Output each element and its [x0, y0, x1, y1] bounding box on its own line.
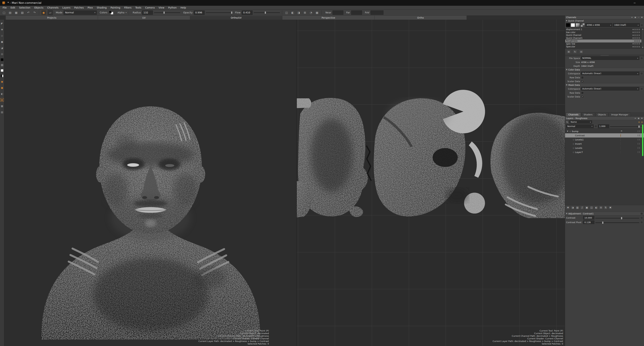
undo-icon[interactable]: ↶: [26, 10, 31, 15]
layer-amount-input[interactable]: 1.000: [598, 124, 609, 128]
merge-layer-icon[interactable]: ⊟: [599, 206, 603, 209]
color-swatches[interactable]: [108, 10, 114, 15]
layer-amount-slider[interactable]: [610, 124, 640, 128]
palette-tab-objects[interactable]: Objects: [595, 113, 608, 116]
contrast-input[interactable]: 10.000: [583, 216, 594, 219]
vector-tool-icon[interactable]: ◇: [0, 34, 4, 37]
paint-tool-icon[interactable]: ●: [0, 40, 4, 43]
layer-row-bump[interactable]: ▼◇bump: [565, 129, 644, 133]
add-filter-icon[interactable]: ⊕: [638, 121, 640, 123]
reset-icon[interactable]: [594, 125, 597, 128]
add-channel-icon[interactable]: ⊞: [566, 50, 571, 54]
uv-grid-icon[interactable]: ▦: [0, 104, 4, 108]
add-graph-icon[interactable]: ƒ: [580, 206, 584, 209]
fov-input[interactable]: [370, 10, 384, 15]
contrast-pivot-slider[interactable]: [595, 220, 639, 224]
clone-tool-icon[interactable]: ◎: [0, 52, 4, 56]
add-group-icon[interactable]: ▣: [585, 206, 589, 209]
mirror-y-icon[interactable]: ◨: [296, 10, 301, 15]
paint-mode-button[interactable]: ◉: [41, 10, 46, 15]
menu-item-patches[interactable]: Patches: [72, 6, 86, 9]
menu-item-help[interactable]: Help: [178, 6, 188, 9]
collapse-arrow-icon[interactable]: ▼: [566, 20, 567, 21]
white-swatch[interactable]: [571, 23, 575, 27]
mask-colorspace-select[interactable]: Automatic (linear)▾: [581, 87, 639, 91]
uv-viewport[interactable]: Current Tool: Paint (P)Current Object: d…: [296, 20, 565, 346]
panel-splitter[interactable]: [565, 55, 644, 56]
opacity-slider[interactable]: [206, 10, 232, 15]
close-palette-icon[interactable]: ✖: [641, 16, 643, 18]
minimize-window-button[interactable]: ─: [631, 1, 638, 5]
add-adjustment-icon[interactable]: ◑: [570, 206, 575, 209]
layer-row-invert[interactable]: ◇Invert: [565, 142, 644, 146]
color-data-header[interactable]: ▼ Color Data: [565, 68, 644, 71]
bitdepth-select[interactable]: 16bit (Half)▾: [613, 23, 640, 27]
transform-tool-icon[interactable]: ✚: [0, 28, 4, 31]
menu-item-filters[interactable]: Filters: [122, 6, 133, 9]
brush-preset-icon[interactable]: ▣: [0, 86, 4, 89]
remove-layer-icon[interactable]: ✖: [608, 206, 612, 209]
contrast-pivot-input[interactable]: 0.128: [583, 220, 594, 224]
scalar-data-checkbox[interactable]: ✓: [581, 80, 584, 83]
contrast-slider[interactable]: [595, 216, 639, 219]
reset-icon[interactable]: [640, 216, 643, 219]
menu-item-edit[interactable]: Edit: [8, 6, 17, 9]
layer-expand-icon[interactable]: ▼: [566, 130, 569, 132]
file-space-select[interactable]: NORMAL▾: [581, 56, 639, 60]
alpha-chevron-icon[interactable]: ▾: [126, 11, 127, 14]
raw-data-checkbox[interactable]: [581, 76, 584, 79]
layer-row-layer7[interactable]: ◇Layer7: [565, 150, 644, 154]
layer-filter-select[interactable]: Name▾: [570, 120, 592, 124]
channel-row-spec-low[interactable]: spec low: [565, 42, 642, 45]
paint-target-icon[interactable]: ◉: [0, 80, 4, 83]
minimize-palette-icon[interactable]: ─: [638, 16, 640, 18]
eraser-tool-icon[interactable]: ◪: [0, 46, 4, 50]
color-colorspace-select[interactable]: Automatic (linear)▾: [581, 72, 639, 75]
viewport-tab-projects[interactable]: Projects: [6, 16, 98, 20]
clear-filter-icon[interactable]: ⊗: [641, 121, 643, 123]
reset-icon[interactable]: [640, 221, 643, 224]
midground-swatch[interactable]: [1, 64, 4, 66]
menu-item-objects[interactable]: Objects: [32, 6, 45, 9]
palette-tab-channels[interactable]: Channels: [566, 113, 581, 116]
falloff-icon[interactable]: ◔: [309, 10, 313, 15]
paint-grid-icon[interactable]: ▦: [315, 10, 319, 15]
radius-input[interactable]: 132: [142, 10, 153, 15]
scroll-up-icon[interactable]: ▲: [642, 28, 643, 30]
open-project-icon[interactable]: ▤: [8, 10, 12, 15]
reset-icon[interactable]: [640, 57, 643, 59]
add-procedural-icon[interactable]: ▨: [575, 206, 580, 209]
channel-row-roughness[interactable]: Roughness: [565, 39, 642, 42]
palette-tab-shaders[interactable]: Shaders: [581, 113, 595, 116]
select-tool-icon[interactable]: ◤: [0, 22, 4, 25]
lighting-icon[interactable]: ◐: [0, 92, 4, 96]
palette-tab-image-manager[interactable]: Image Manager: [609, 113, 631, 116]
split-swatch[interactable]: [1, 74, 4, 77]
raw-data-checkbox[interactable]: [581, 92, 584, 94]
sync-channel-icon[interactable]: ↻: [573, 50, 577, 54]
viewport-tab-ortho-uv[interactable]: Ortho/UV: [190, 16, 282, 20]
background-swatch[interactable]: [1, 69, 4, 72]
viewport-tab-perspective[interactable]: Perspective: [282, 16, 374, 20]
reset-icon[interactable]: [640, 72, 643, 75]
add-layer-icon[interactable]: ✚: [566, 206, 570, 209]
menu-item-shading[interactable]: Shading: [95, 6, 108, 9]
symmetry-icon[interactable]: ⊞: [302, 10, 307, 15]
redo-icon[interactable]: ↷: [32, 10, 37, 15]
near-input[interactable]: [332, 10, 343, 15]
channel-row-quick-channel1[interactable]: Quick Channel1: [565, 37, 642, 40]
current-brush-icon[interactable]: ▧: [0, 98, 4, 102]
layer-row-levels1[interactable]: ◇Levels1: [565, 138, 644, 142]
menu-item-layers[interactable]: Layers: [60, 6, 72, 9]
add-mask-icon[interactable]: ◫: [590, 206, 594, 209]
channel-list-scrollbar[interactable]: ▲ ▼: [642, 28, 644, 49]
flow-input[interactable]: 0.410: [242, 10, 252, 15]
palette-menu-icon[interactable]: ≡: [634, 117, 636, 119]
viewport-tab-ortho[interactable]: Ortho: [374, 16, 467, 20]
layer-row-levels[interactable]: ◇Levels: [565, 146, 644, 150]
save-project-icon[interactable]: ▦: [14, 10, 18, 15]
reset-icon[interactable]: [640, 24, 643, 26]
reset-icon[interactable]: [640, 88, 643, 90]
channel-row-quick-channel[interactable]: Quick Channel: [565, 34, 642, 37]
flow-slider[interactable]: [254, 10, 280, 15]
